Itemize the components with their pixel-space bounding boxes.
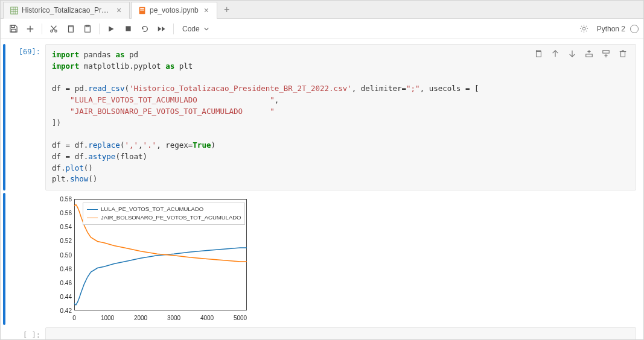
y-tick-label: 0.42 bbox=[45, 307, 72, 314]
notebook-icon bbox=[138, 6, 146, 14]
x-tick-label: 4000 bbox=[200, 315, 214, 321]
x-tick-label: 2000 bbox=[134, 315, 147, 321]
run-button[interactable] bbox=[103, 21, 119, 37]
output-chart: 0.420.440.460.480.500.520.540.560.58 010… bbox=[45, 195, 250, 325]
close-icon[interactable]: × bbox=[202, 6, 211, 14]
add-tab-button[interactable]: + bbox=[218, 4, 235, 15]
svg-rect-7 bbox=[140, 9, 144, 10]
settings-button[interactable] bbox=[576, 21, 592, 37]
legend-series-1: JAIR_BOLSONARO_PE_VOTOS_TOT_ACUMULADO bbox=[101, 213, 241, 222]
empty-code-cell[interactable]: [ ]: bbox=[3, 327, 636, 339]
x-tick-label: 5000 bbox=[234, 315, 247, 321]
svg-rect-9 bbox=[11, 29, 16, 32]
cell-prompt: [ ]: bbox=[7, 327, 45, 339]
delete-icon[interactable] bbox=[617, 48, 629, 60]
notebook-area[interactable]: [69]: import pandas as pd import matplot… bbox=[1, 39, 643, 339]
tab-file-2[interactable]: pe_votos.ipynb × bbox=[131, 2, 217, 19]
close-icon[interactable]: × bbox=[115, 6, 123, 14]
chart-legend: LULA_PE_VOTOS_TOT_ACUMULADO JAIR_BOLSONA… bbox=[83, 203, 245, 225]
save-button[interactable] bbox=[5, 21, 21, 37]
y-tick-label: 0.46 bbox=[45, 279, 72, 286]
x-tick-label: 0 bbox=[72, 315, 76, 321]
y-tick-label: 0.52 bbox=[45, 238, 72, 244]
cell-action-toolbar bbox=[532, 48, 629, 60]
stop-button[interactable] bbox=[120, 21, 136, 37]
y-tick-label: 0.54 bbox=[45, 224, 72, 230]
output-cell: 0.420.440.460.480.500.520.540.560.58 010… bbox=[3, 193, 636, 325]
x-tick-label: 3000 bbox=[167, 315, 180, 321]
move-up-icon[interactable] bbox=[549, 48, 561, 60]
y-tick-label: 0.44 bbox=[45, 293, 72, 300]
svg-rect-16 bbox=[69, 27, 74, 32]
legend-series-0: LULA_PE_VOTOS_TOT_ACUMULADO bbox=[101, 205, 203, 213]
tab-label: Historico_Totalizacao_Preside bbox=[22, 6, 111, 14]
kernel-status-icon[interactable] bbox=[630, 25, 639, 33]
tab-label: pe_votos.ipynb bbox=[150, 6, 199, 14]
svg-rect-0 bbox=[10, 7, 17, 13]
svg-rect-30 bbox=[603, 51, 610, 53]
kernel-name[interactable]: Python 2 bbox=[597, 25, 625, 33]
cut-button[interactable] bbox=[46, 21, 62, 37]
svg-point-23 bbox=[582, 27, 585, 30]
svg-rect-6 bbox=[140, 8, 144, 9]
code-editor[interactable]: import pandas as pd import matplotlib.py… bbox=[45, 44, 636, 190]
svg-rect-20 bbox=[126, 26, 130, 31]
insert-above-icon[interactable] bbox=[583, 48, 595, 60]
svg-rect-8 bbox=[11, 25, 14, 28]
svg-marker-19 bbox=[109, 26, 113, 31]
svg-marker-21 bbox=[158, 27, 161, 31]
svg-rect-24 bbox=[537, 52, 541, 57]
code-cell[interactable]: [69]: import pandas as pd import matplot… bbox=[3, 44, 636, 190]
svg-rect-33 bbox=[621, 52, 625, 57]
restart-button[interactable] bbox=[137, 21, 153, 37]
y-tick-label: 0.48 bbox=[45, 265, 72, 272]
chevron-down-icon bbox=[203, 26, 209, 32]
tab-bar: Historico_Totalizacao_Preside × pe_votos… bbox=[1, 1, 643, 19]
svg-marker-22 bbox=[162, 27, 165, 31]
add-cell-button[interactable] bbox=[22, 21, 38, 37]
x-tick-label: 1000 bbox=[101, 315, 114, 321]
tab-file-1[interactable]: Historico_Totalizacao_Preside × bbox=[3, 2, 130, 19]
code-editor[interactable] bbox=[45, 327, 636, 339]
svg-rect-27 bbox=[586, 54, 593, 57]
output-prompt bbox=[7, 193, 45, 325]
cell-type-label: Code bbox=[182, 25, 200, 33]
paste-button[interactable] bbox=[80, 21, 95, 37]
cell-type-select[interactable]: Code bbox=[177, 21, 214, 37]
duplicate-icon[interactable] bbox=[532, 48, 544, 60]
cell-prompt: [69]: bbox=[7, 44, 45, 190]
copy-button[interactable] bbox=[63, 21, 78, 37]
spreadsheet-icon bbox=[10, 6, 18, 14]
move-down-icon[interactable] bbox=[566, 48, 578, 60]
y-tick-label: 0.56 bbox=[45, 210, 72, 216]
y-tick-label: 0.50 bbox=[45, 251, 72, 258]
insert-below-icon[interactable] bbox=[600, 48, 612, 60]
notebook-toolbar: Code Python 2 bbox=[1, 19, 643, 39]
run-all-button[interactable] bbox=[154, 21, 170, 37]
y-tick-label: 0.58 bbox=[45, 196, 72, 203]
